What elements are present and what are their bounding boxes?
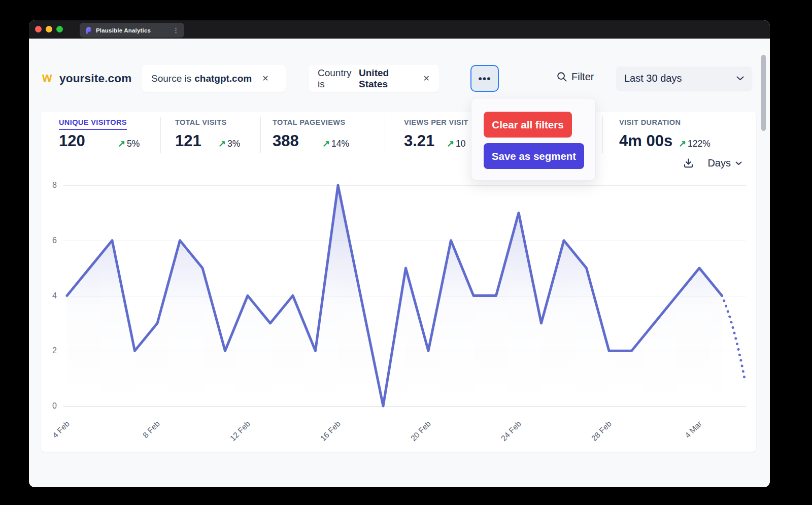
add-filter-button[interactable]: Filter [557,71,594,83]
stat-change: ↗3% [218,138,240,149]
x-axis-tick-label: 16 Feb [307,419,342,454]
x-axis-tick-label: 24 Feb [488,419,523,454]
x-axis-tick-label: 4 Feb [36,419,71,454]
stat-label: VISIT DURATION [619,118,681,126]
date-range-picker[interactable]: Last 30 days [616,66,752,90]
stat-label: TOTAL VISITS [175,118,226,126]
stat-divider [602,117,603,153]
trend-up-icon: ↗ [118,139,125,149]
trend-up-icon: ↗ [322,139,330,149]
stat-divider [385,117,385,153]
tab-title: Plausible Analytics [96,27,151,33]
interval-label: Days [707,157,731,169]
more-filters-button[interactable]: ••• [470,65,499,92]
stat-label: TOTAL PAGEVIEWS [273,118,346,126]
window-controls [35,26,63,32]
filter-pill-country[interactable]: Country is United States ✕ [309,65,439,92]
stat-change: ↗10 [447,138,466,149]
date-range-label: Last 30 days [624,73,682,84]
filter-value: chatgpt.com [194,73,252,84]
stat-value: 4m 00s [619,132,672,150]
search-icon [557,72,567,82]
stat-value: 120 [59,132,85,150]
plausible-logo-icon [85,26,92,34]
x-axis-tick-label: 20 Feb [397,419,432,454]
x-axis-tick-label: 12 Feb [217,419,252,454]
screenshot-canvas: { "window": { "tab_title": "Plausible An… [0,0,812,505]
save-as-segment-button[interactable]: Save as segment [484,143,584,169]
filter-pill-source[interactable]: Source is chatgpt.com ✕ [142,65,286,92]
y-axis-tick-label: 4 [41,291,57,301]
x-axis-tick-label: 28 Feb [578,419,613,454]
filters-dropdown-menu: Clear all filters Save as segment [471,98,596,181]
remove-source-filter-icon[interactable]: ✕ [262,74,268,83]
stat-change: ↗5% [118,138,140,149]
download-export-icon[interactable] [683,157,694,169]
stat-total-visits[interactable]: TOTAL VISITS [175,118,226,126]
stat-divider [260,117,261,153]
visitors-line-chart [63,182,749,415]
browser-window: Plausible Analytics ⋮ w yoursite.com Sou… [29,20,770,487]
trend-up-icon: ↗ [447,139,454,149]
site-favicon-icon: w [42,71,52,84]
chart-line-dotted-projection [722,296,745,379]
stat-views-per-visit[interactable]: VIEWS PER VISIT [404,118,468,126]
site-name[interactable]: yoursite.com [59,72,131,85]
interval-dropdown[interactable]: Days [707,157,742,169]
y-axis-tick-label: 0 [41,401,57,411]
x-axis-tick-label: 4 Mar [668,419,703,454]
stat-value: 388 [273,132,299,150]
ellipsis-icon: ••• [478,73,491,85]
filter-prefix: Source is [151,73,191,84]
trend-up-icon: ↗ [679,139,686,149]
fullscreen-window-button[interactable] [56,26,63,32]
stat-change: ↗122% [679,138,710,149]
chevron-down-icon [735,161,742,165]
tab-menu-icon[interactable]: ⋮ [173,27,179,33]
dashboard-card: UNIQUE VISITORS 120 ↗5% TOTAL VISITS 121… [41,112,756,452]
x-axis-tick-label: 8 Feb [126,419,161,454]
trend-up-icon: ↗ [218,139,226,149]
stat-divider [160,117,161,153]
chart-toolbar: Days [683,157,742,169]
y-axis-tick-label: 6 [41,235,57,246]
filter-prefix: Country is [318,68,356,90]
stat-value: 121 [175,132,201,150]
filter-label: Filter [571,71,594,83]
stat-total-pageviews[interactable]: TOTAL PAGEVIEWS [273,118,346,126]
chevron-down-icon [736,76,744,81]
page-content: w yoursite.com Source is chatgpt.com ✕ C… [29,39,770,487]
stat-label: UNIQUE VISITORS [59,118,127,130]
clear-all-filters-button[interactable]: Clear all filters [484,112,572,138]
filter-value: United States [359,68,413,90]
minimize-window-button[interactable] [46,26,52,32]
y-axis-tick-label: 2 [41,346,57,356]
remove-country-filter-icon[interactable]: ✕ [423,74,430,83]
scrollbar-thumb[interactable] [761,55,766,131]
y-axis-tick-label: 8 [41,180,57,190]
stat-visit-duration[interactable]: VISIT DURATION [619,118,681,126]
browser-tab-bar: Plausible Analytics ⋮ [29,20,770,39]
close-window-button[interactable] [35,26,42,32]
stat-label: VIEWS PER VISIT [404,118,468,126]
browser-tab[interactable]: Plausible Analytics ⋮ [80,23,184,38]
stat-value: 3.21 [404,132,434,150]
stat-unique-visitors[interactable]: UNIQUE VISITORS [59,118,127,130]
stat-change: ↗14% [322,138,349,149]
